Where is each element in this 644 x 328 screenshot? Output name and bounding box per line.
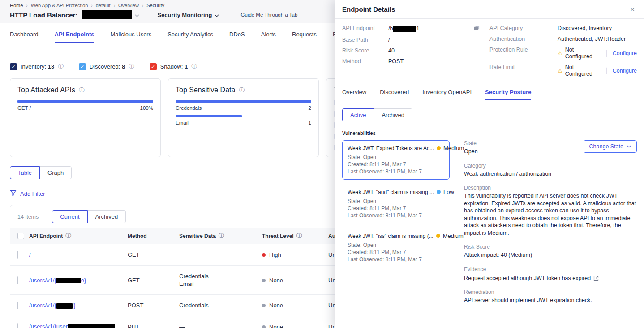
description-label: Description bbox=[464, 185, 637, 191]
tab-security-posture[interactable]: Security Posture bbox=[485, 89, 531, 100]
vulnerability-list: Weak JWT: Expired Tokens are Ac... Mediu… bbox=[342, 140, 456, 328]
evidence-label: Evidence bbox=[464, 266, 637, 272]
tab-api-endpoints[interactable]: API Endpoints bbox=[55, 25, 94, 43]
vulnerability-title: Weak JWT: "iss" claim is missing (... bbox=[348, 233, 434, 239]
breadcrumb-separator: › bbox=[91, 3, 92, 8]
row-checkbox[interactable] bbox=[17, 276, 18, 284]
threat-cell: None bbox=[262, 295, 328, 315]
authentication-value: Authenticated, JWT:Header bbox=[558, 36, 626, 43]
evidence-link[interactable]: Request accepted although JWT token has … bbox=[464, 275, 599, 281]
method-cell: GET bbox=[128, 270, 179, 290]
row-checkbox[interactable] bbox=[17, 323, 18, 328]
configure-protection-link[interactable]: Configure bbox=[613, 50, 637, 57]
info-icon[interactable]: ⓘ bbox=[79, 86, 85, 94]
graph-view-button[interactable]: Graph bbox=[39, 166, 72, 179]
severity-dot bbox=[437, 190, 441, 194]
card-title: Top Sensitive Data bbox=[176, 86, 235, 94]
field-label: API Category bbox=[489, 25, 558, 32]
add-filter-label: Add Filter bbox=[20, 190, 45, 197]
method-cell: PUT bbox=[128, 317, 179, 328]
info-icon[interactable]: ⓘ bbox=[296, 232, 302, 240]
info-icon[interactable]: ⓘ bbox=[58, 63, 64, 70]
severity-dot bbox=[437, 146, 441, 150]
col-api-endpoint: API Endpoint bbox=[29, 233, 63, 239]
col-sensitive-data: Sensitive Data bbox=[179, 233, 216, 239]
checkbox-checked-icon[interactable]: ✓ bbox=[79, 63, 86, 70]
filter-inventory[interactable]: ✓ Inventory: 13 ⓘ bbox=[10, 63, 64, 70]
tab-security-analytics[interactable]: Security Analytics bbox=[167, 25, 213, 43]
breadcrumb-home[interactable]: Home bbox=[10, 3, 23, 8]
filter-shadow[interactable]: ✓ Shadow: 1 ⓘ bbox=[150, 63, 197, 70]
copy-icon[interactable] bbox=[474, 25, 480, 33]
bar-email bbox=[176, 115, 242, 117]
vulnerability-title: Weak JWT: Expired Tokens are Ac... bbox=[348, 145, 434, 151]
description-value: This vulnerability is reported if API se… bbox=[464, 192, 637, 237]
bar-credentials bbox=[176, 100, 311, 103]
vuln-state: State: Open bbox=[348, 242, 444, 249]
breadcrumb-waap[interactable]: Web App & API Protection bbox=[31, 3, 88, 8]
risk-score-label: Risk Score bbox=[464, 244, 637, 250]
info-icon[interactable]: ⓘ bbox=[191, 63, 197, 70]
vulnerability-card[interactable]: Weak JWT: Expired Tokens are Ac... Mediu… bbox=[342, 140, 450, 180]
tab-malicious-users[interactable]: Malicious Users bbox=[110, 25, 151, 43]
vuln-created: Created: 8:11 PM, Mar 7 bbox=[348, 249, 444, 256]
endpoint-link[interactable]: /users/v1/{l} bbox=[29, 302, 76, 309]
tab-overview[interactable]: Overview bbox=[342, 89, 366, 100]
tab-discovered[interactable]: Discovered bbox=[380, 89, 409, 100]
tab-inventory-openapi[interactable]: Inventory OpenAPI bbox=[422, 89, 472, 100]
change-state-button[interactable]: Change State bbox=[584, 140, 637, 153]
sensitive-cell: Credentials bbox=[179, 295, 262, 316]
configure-rate-limit-link[interactable]: Configure bbox=[613, 68, 637, 74]
current-button[interactable]: Current bbox=[52, 210, 87, 223]
col-auth-partial: Au bbox=[328, 233, 335, 239]
row-checkbox[interactable] bbox=[17, 251, 18, 259]
info-icon[interactable]: ⓘ bbox=[239, 86, 245, 94]
close-icon[interactable]: ✕ bbox=[630, 6, 635, 13]
active-button[interactable]: Active bbox=[342, 108, 374, 121]
risk-score-value: 40 bbox=[388, 47, 395, 54]
archived-button[interactable]: Archived bbox=[87, 210, 126, 223]
guide-me-link[interactable]: Guide Me Through a Tab bbox=[240, 12, 297, 17]
field-label: Method bbox=[342, 58, 388, 65]
vulnerability-card[interactable]: Weak JWT: "aud" claim is missing ... Low… bbox=[342, 184, 450, 224]
checkbox-checked-icon[interactable]: ✓ bbox=[10, 63, 17, 70]
mode-selector-label: Security Monitoring bbox=[157, 12, 212, 18]
breadcrumb-default[interactable]: default bbox=[96, 3, 111, 8]
rate-limit-value: ⚠ Not Configured │ Configure bbox=[558, 64, 637, 78]
threat-dot bbox=[262, 325, 266, 328]
method-cell: POST bbox=[128, 295, 179, 315]
tab-alerts[interactable]: Alerts bbox=[261, 25, 276, 43]
field-label: Protection Rule bbox=[489, 47, 558, 53]
view-toggle: Table Graph bbox=[10, 166, 72, 179]
tab-requests[interactable]: Requests bbox=[292, 25, 317, 43]
checkbox-checked-icon[interactable]: ✓ bbox=[150, 63, 157, 70]
info-icon[interactable]: ⓘ bbox=[129, 63, 134, 70]
row-checkbox[interactable] bbox=[17, 302, 18, 309]
mode-selector[interactable]: Security Monitoring bbox=[157, 12, 219, 18]
breadcrumb-separator: › bbox=[26, 3, 27, 8]
field-label: Authentication bbox=[489, 36, 558, 43]
vulnerability-detail: State Open Change State Category Weak au… bbox=[456, 140, 637, 328]
endpoint-link[interactable]: /users/v1/{e} bbox=[29, 277, 86, 284]
threat-dot bbox=[262, 253, 266, 257]
tab-ddos[interactable]: DDoS bbox=[229, 25, 245, 43]
select-all-checkbox[interactable] bbox=[17, 233, 24, 239]
breadcrumb-security[interactable]: Security bbox=[146, 3, 164, 8]
endpoint-link[interactable]: /users/v1/{user bbox=[29, 323, 115, 328]
breadcrumb-overview[interactable]: Overview bbox=[118, 3, 139, 8]
vulnerability-card[interactable]: Weak JWT: "iss" claim is missing (... Me… bbox=[342, 228, 450, 268]
breadcrumb-separator: › bbox=[142, 3, 143, 8]
endpoint-link[interactable]: / bbox=[29, 251, 31, 258]
info-icon[interactable]: ⓘ bbox=[65, 232, 71, 240]
funnel-icon bbox=[10, 190, 17, 198]
archived-button[interactable]: Archived bbox=[374, 108, 412, 121]
tab-dashboard[interactable]: Dashboard bbox=[10, 25, 39, 43]
chevron-down-icon[interactable] bbox=[135, 11, 139, 19]
filter-discovered[interactable]: ✓ Discovered: 8 ⓘ bbox=[79, 63, 134, 70]
severity-label: Low bbox=[443, 189, 454, 195]
items-count: 14 items bbox=[17, 214, 39, 220]
divider: │ bbox=[605, 68, 609, 74]
table-view-button[interactable]: Table bbox=[10, 166, 40, 179]
info-icon[interactable]: ⓘ bbox=[219, 232, 224, 240]
bar-get-root bbox=[17, 100, 153, 103]
